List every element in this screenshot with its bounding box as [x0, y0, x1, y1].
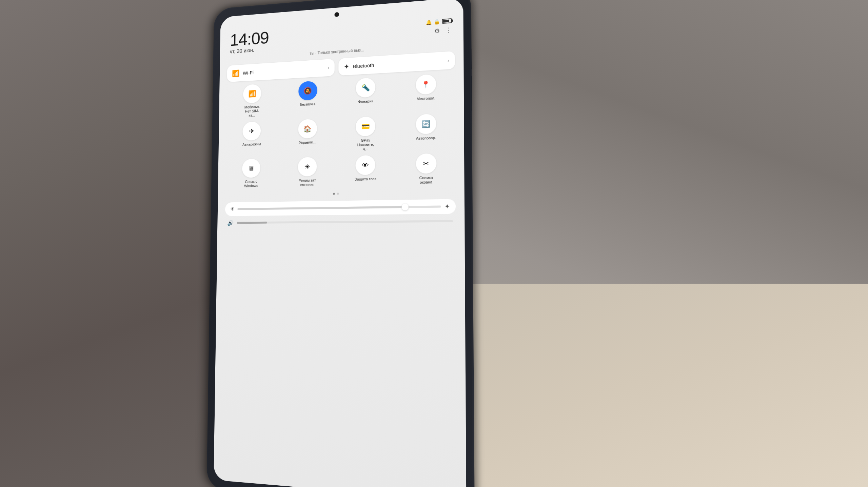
autorotate-tile[interactable]: 🔄 Автоповор.: [397, 113, 455, 150]
location-label: Местопол.: [416, 96, 435, 101]
screenshot-tile[interactable]: ✂ Снимок экрана: [397, 153, 455, 185]
volume-slider-row[interactable]: 🔊: [225, 218, 456, 226]
flashlight-icon-circle: 🔦: [356, 78, 375, 98]
wifi-arrow-icon: ›: [328, 65, 330, 70]
eye-icon-circle: 👁: [356, 155, 375, 175]
gpay-icon-circle: 💳: [356, 116, 375, 137]
page-indicators: [225, 190, 456, 197]
screenshot-icon-circle: ✂: [416, 153, 436, 174]
wifi-label: Wi-Fi: [243, 65, 324, 76]
gpay-tile[interactable]: 💳 GPay Нажмите, ч...: [338, 115, 394, 152]
settings-row: ⚙ ⋮: [434, 26, 452, 35]
gpay-icon: 💳: [361, 122, 370, 130]
eye-protect-tile[interactable]: 👁 Защита глаз: [338, 155, 394, 186]
top-icons-row: 🔔 🔒: [426, 18, 452, 25]
eye-protect-icon: 👁: [362, 161, 369, 169]
brightness-fill: [238, 206, 409, 210]
alarm-icon: 🔔: [426, 19, 432, 25]
brightness-slider[interactable]: [238, 205, 441, 210]
windows-icon-circle: 🖥: [242, 159, 260, 178]
home-label: Управле...: [299, 140, 316, 145]
gpay-label: GPay Нажмите, ч...: [355, 138, 376, 151]
volume-icon: 🔊: [228, 220, 234, 226]
flashlight-label: Фонарик: [358, 99, 373, 104]
screen-content: 14:09 чт, 20 июн. 🔔 🔒 ⚙: [214, 0, 466, 487]
location-tile[interactable]: 📍 Местопол.: [397, 73, 455, 111]
brightness-high-icon: ✦: [445, 202, 450, 210]
flashlight-icon: 🔦: [361, 83, 370, 92]
silent-tile[interactable]: 🔕 Беззвучн.: [281, 80, 335, 116]
brightness-thumb[interactable]: [401, 203, 409, 210]
brightness-low-icon: ☀: [230, 206, 234, 212]
windows-label: Связь с Windows: [241, 179, 261, 188]
location-icon-circle: 📍: [416, 74, 436, 95]
volume-fill: [237, 222, 267, 224]
volume-slider[interactable]: [237, 220, 453, 224]
home-icon: 🏠: [303, 124, 312, 133]
airplane-icon-circle: ✈: [242, 121, 261, 141]
mobile-icon-circle: 📶: [243, 84, 261, 104]
home-icon-circle: 🏠: [298, 119, 317, 139]
flashlight-tile[interactable]: 🔦 Фонарик: [338, 77, 394, 114]
screensaver-tile[interactable]: ☀ Режим зат емнения: [280, 156, 334, 187]
autorotate-icon: 🔄: [421, 120, 430, 128]
screenshot-label: Снимок экрана: [415, 175, 437, 185]
more-options-icon[interactable]: ⋮: [446, 26, 452, 34]
phone-body: 14:09 чт, 20 июн. 🔔 🔒 ⚙: [206, 0, 475, 487]
page-dot-1: [333, 192, 335, 195]
settings-gear-icon[interactable]: ⚙: [434, 27, 440, 35]
screenshot-icon: ✂: [423, 159, 429, 168]
lock-icon: 🔒: [434, 19, 440, 25]
windows-link-icon: 🖥: [248, 164, 255, 172]
phone-screen: 14:09 чт, 20 июн. 🔔 🔒 ⚙: [214, 0, 466, 487]
mobile-icon: 📶: [248, 90, 256, 98]
silent-icon-circle: 🔕: [298, 81, 317, 101]
wifi-icon: 📶: [232, 69, 240, 77]
screensaver-label: Режим зат емнения: [297, 178, 318, 187]
screensaver-icon: ☀: [304, 163, 310, 171]
wifi-tile[interactable]: 📶 Wi-Fi ›: [227, 59, 335, 82]
quick-tile-row-2: ✈ Авиарежим 🏠 Управле... 💳: [226, 113, 455, 156]
mobile-label: Мобильн. Нет SIM-ка...: [242, 104, 262, 118]
silent-label: Беззвучн.: [300, 102, 316, 107]
bluetooth-tile[interactable]: ✦ Bluetooth ›: [338, 51, 455, 76]
location-icon: 📍: [421, 80, 430, 89]
screensaver-icon-circle: ☀: [298, 157, 317, 177]
time-display: 14:09: [230, 29, 269, 48]
bluetooth-label: Bluetooth: [353, 58, 444, 69]
autorotate-label: Автоповор.: [416, 136, 436, 141]
status-icons: 🔔 🔒 ⚙ ⋮: [426, 18, 452, 35]
airplane-tile[interactable]: ✈ Авиарежим: [226, 120, 278, 156]
airplane-icon: ✈: [249, 127, 254, 135]
mobile-tile[interactable]: 📶 Мобильн. Нет SIM-ка...: [226, 83, 278, 119]
brightness-slider-row[interactable]: ☀ ✦: [225, 199, 456, 216]
airplane-label: Авиарежим: [242, 142, 261, 147]
battery-icon: [442, 18, 452, 24]
quick-tiles-panel: 📶 Wi-Fi › ✦ Bluetooth ›: [225, 51, 456, 226]
bluetooth-icon: ✦: [344, 62, 350, 70]
quick-tile-row-3: 🖥 Связь с Windows ☀ Режим зат емнения: [225, 153, 456, 189]
bluetooth-arrow-icon: ›: [448, 58, 449, 63]
phone-device: 14:09 чт, 20 июн. 🔔 🔒 ⚙: [206, 0, 475, 487]
silent-icon: 🔕: [304, 87, 312, 95]
time-section: 14:09 чт, 20 июн.: [230, 29, 269, 55]
page-dot-2: [337, 192, 339, 195]
home-control-tile[interactable]: 🏠 Управле...: [281, 118, 335, 154]
eye-protect-label: Защита глаз: [355, 177, 376, 182]
autorotate-icon-circle: 🔄: [416, 114, 436, 134]
windows-tile[interactable]: 🖥 Связь с Windows: [225, 158, 278, 188]
